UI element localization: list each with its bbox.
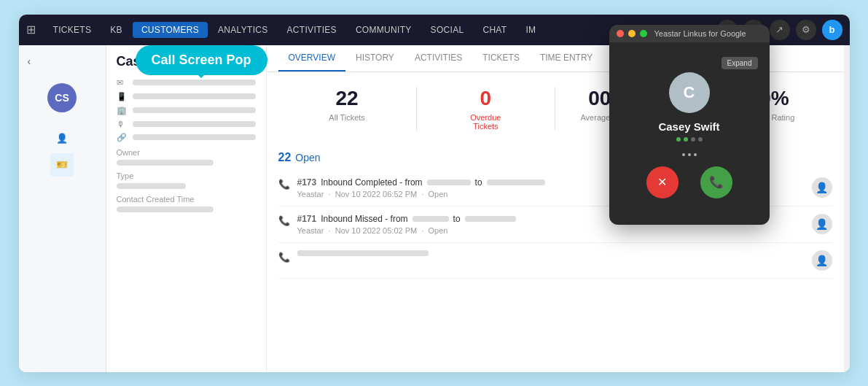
titlebar-close-dot[interactable]: [617, 30, 624, 37]
email-value: [133, 80, 256, 85]
type-value: [117, 183, 187, 189]
contact-company-row: 🏢: [117, 106, 256, 115]
ticket-meta-2: Yeastar · Nov 10 2022 05:02 PM · Open: [297, 226, 805, 235]
nav-item-community[interactable]: COMMUNITY: [347, 22, 421, 38]
table-row: 📞 👤: [278, 243, 832, 279]
owner-value: [117, 160, 214, 166]
contact-created-label: Contact Created Time: [117, 195, 256, 204]
contact-phone-row: 📱: [117, 92, 256, 101]
back-button[interactable]: ‹: [19, 51, 106, 72]
titlebar-minimize-dot[interactable]: [628, 30, 636, 37]
tooltip-bubble: Call Screen Pop: [136, 45, 267, 75]
grid-icon[interactable]: ⊞: [26, 23, 36, 36]
nav-item-customers[interactable]: CUSTOMERS: [133, 22, 208, 38]
type-label: Type: [117, 171, 256, 180]
refresh-icon[interactable]: ↗: [770, 20, 790, 40]
call-dot-3: [691, 137, 695, 142]
contact-link-row: 🔗: [117, 133, 256, 142]
titlebar-maximize-dot[interactable]: [640, 30, 647, 37]
decline-button[interactable]: ✕: [646, 166, 679, 198]
open-count: 22: [278, 151, 292, 164]
overdue-label: OverdueTickets: [424, 113, 547, 131]
contact-mic-row: 🎙: [117, 120, 256, 128]
nav-item-tickets[interactable]: TICKETS: [44, 22, 101, 38]
ticket-avatar-2: 👤: [812, 214, 832, 234]
settings-icon[interactable]: ⚙: [796, 20, 816, 40]
phone-icon: 📱: [117, 92, 127, 101]
call-indicator: [676, 137, 703, 142]
main-container: Call Screen Pop ⊞ TICKETS KB CUSTOMERS A…: [19, 15, 850, 372]
caller-name: Casey Swift: [658, 120, 719, 133]
stat-overdue: 0 OverdueTickets: [417, 87, 555, 131]
caller-avatar: C: [669, 72, 710, 113]
phone-popup: Yeastar Linkus for Google Expand C Casey…: [609, 25, 770, 225]
expand-button[interactable]: Expand: [722, 57, 758, 69]
ticket-avatar-1: 👤: [812, 177, 832, 198]
user-avatar[interactable]: b: [822, 20, 842, 40]
company-icon: 🏢: [117, 106, 127, 115]
phone-titlebar: Yeastar Linkus for Google: [609, 25, 770, 42]
titlebar-text: Yeastar Linkus for Google: [654, 29, 746, 38]
owner-label: Owner: [117, 148, 256, 157]
to-bar-2: [465, 216, 516, 222]
more-dot-3: [694, 153, 697, 156]
open-label: Open: [295, 152, 320, 163]
sidebar-tickets-icon[interactable]: 🎫: [50, 153, 74, 177]
company-value: [133, 107, 256, 113]
tab-activities[interactable]: ACTIVITIES: [404, 45, 472, 72]
right-scrollbar[interactable]: [844, 45, 850, 372]
mic-value: [133, 121, 256, 127]
email-icon: ✉: [117, 78, 127, 88]
to-bar-1: [487, 180, 545, 185]
nav-item-kb[interactable]: KB: [101, 22, 131, 38]
from-bar-2: [413, 216, 449, 222]
tab-history[interactable]: HISTORY: [345, 45, 404, 72]
all-tickets-label: All Tickets: [286, 113, 409, 122]
phone-call-icon-2: 📞: [278, 215, 290, 226]
more-dot-1: [682, 153, 685, 156]
link-value: [133, 134, 256, 140]
call-dot-2: [684, 137, 688, 142]
from-bar-1: [427, 180, 471, 185]
left-sidebar: ‹ CS 👤 🎫: [19, 45, 106, 372]
contact-email-row: ✉: [117, 78, 256, 88]
all-tickets-number: 22: [286, 87, 409, 110]
call-dot-1: [676, 137, 681, 142]
nav-item-im[interactable]: IM: [517, 22, 544, 38]
phone-body: Expand C Casey Swift ✕ 📞: [609, 42, 770, 225]
ticket-info-3: [297, 250, 805, 256]
main-nav: TICKETS KB CUSTOMERS ANALYTICS ACTIVITIE…: [44, 22, 545, 38]
sidebar-profile-icon[interactable]: 👤: [50, 127, 74, 150]
contact-created-value: [117, 206, 214, 212]
nav-item-chat[interactable]: CHAT: [474, 22, 515, 38]
customer-panel: Casey Swift ✉ 📱 🏢 🎙 🔗 Owner: [106, 45, 267, 372]
tab-overview[interactable]: OVERVIEW: [278, 45, 345, 72]
overdue-number: 0: [424, 87, 547, 110]
ticket-avatar-3: 👤: [812, 250, 832, 271]
phone-call-icon-3: 📞: [278, 252, 290, 263]
customer-avatar-sidebar: CS: [47, 83, 77, 112]
stat-all-tickets: 22 All Tickets: [278, 87, 417, 131]
tooltip-text: Call Screen Pop: [152, 53, 251, 67]
accept-button[interactable]: 📞: [700, 166, 732, 198]
phone-call-icon-1: 📞: [278, 179, 290, 190]
nav-item-social[interactable]: SOCIAL: [422, 22, 473, 38]
phone-value: [133, 93, 256, 99]
call-dot-4: [698, 137, 703, 142]
tab-time-entry[interactable]: TIME ENTRY: [530, 45, 603, 72]
tab-tickets[interactable]: TICKETS: [472, 45, 530, 72]
link-icon: 🔗: [117, 133, 127, 142]
more-dot-2: [688, 153, 691, 156]
mic-icon: 🎙: [117, 120, 127, 128]
nav-item-analytics[interactable]: ANALYTICS: [209, 22, 277, 38]
nav-item-activities[interactable]: ACTIVITIES: [278, 22, 345, 38]
sidebar-icons: 👤 🎫: [19, 121, 106, 182]
title-bar-3: [297, 250, 429, 256]
